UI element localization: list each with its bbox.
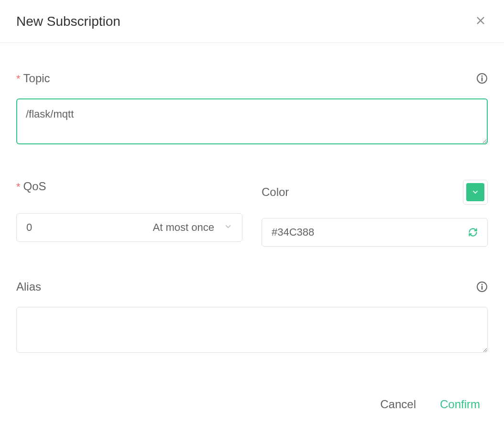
alias-group: Alias (16, 280, 488, 355)
modal-title: New Subscription (16, 14, 121, 29)
alias-label-row: Alias (16, 280, 488, 293)
qos-description-wrapper: At most once (153, 221, 232, 234)
alias-input[interactable] (16, 307, 488, 353)
info-icon[interactable] (476, 281, 488, 293)
topic-input[interactable]: /flask/mqtt (16, 98, 488, 144)
modal-body: *Topic /flask/mqtt *QoS 0 At mo (0, 43, 504, 398)
color-label: Color (262, 185, 289, 199)
topic-label-text: Topic (23, 72, 50, 85)
required-mark: * (16, 181, 21, 193)
color-swatch-wrapper (463, 180, 488, 205)
qos-select[interactable]: 0 At most once (16, 213, 242, 242)
qos-label-text: QoS (23, 180, 46, 193)
modal-header: New Subscription (0, 0, 504, 43)
color-column: Color (262, 180, 488, 247)
refresh-icon[interactable] (468, 228, 478, 237)
topic-group: *Topic /flask/mqtt (16, 72, 488, 146)
close-icon (475, 15, 486, 27)
color-input[interactable] (272, 226, 468, 239)
qos-label: *QoS (16, 180, 46, 193)
required-mark: * (16, 73, 21, 85)
qos-description: At most once (153, 221, 214, 234)
info-icon[interactable] (476, 73, 488, 84)
topic-label-row: *Topic (16, 72, 488, 85)
color-label-row: Color (262, 180, 488, 205)
confirm-button[interactable]: Confirm (440, 398, 480, 411)
qos-value: 0 (26, 221, 32, 234)
color-input-wrapper (262, 218, 488, 247)
close-button[interactable] (473, 13, 488, 29)
modal-footer: Cancel Confirm (0, 398, 504, 430)
cancel-button[interactable]: Cancel (380, 398, 416, 411)
topic-label: *Topic (16, 72, 50, 85)
qos-label-row: *QoS (16, 180, 242, 193)
chevron-down-icon (224, 221, 232, 234)
color-swatch[interactable] (466, 183, 484, 201)
qos-column: *QoS 0 At most once (16, 180, 242, 247)
qos-color-row: *QoS 0 At most once Color (16, 180, 488, 247)
alias-label: Alias (16, 280, 41, 293)
